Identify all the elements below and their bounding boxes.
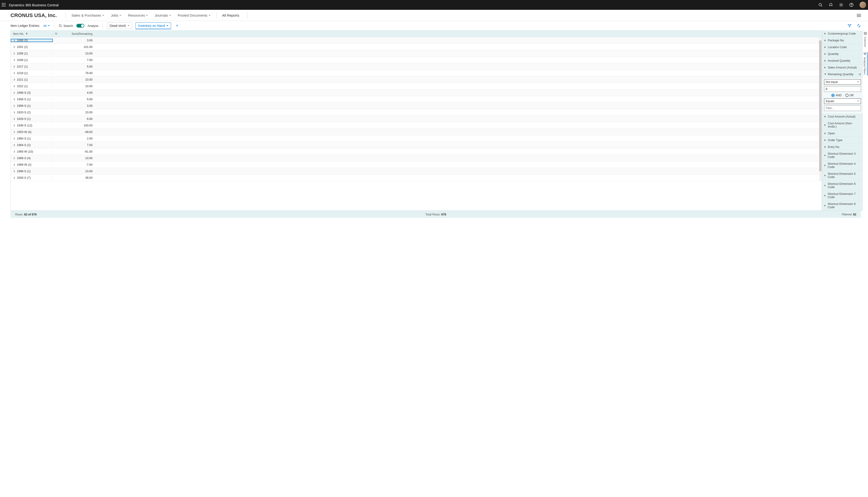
table-row[interactable]: 1960-S (1)2.00 — [11, 135, 819, 142]
expand-row-icon[interactable] — [13, 118, 15, 120]
expand-row-icon[interactable] — [13, 170, 15, 172]
view-inventory-on-hand[interactable]: Inventory on Hand — [136, 23, 171, 29]
analysis-filters-tab[interactable]: Analysis Filters — [863, 52, 868, 75]
expand-row-icon[interactable] — [13, 52, 15, 55]
table-row[interactable]: 1008 (1)7.00 — [11, 57, 819, 63]
filter-group[interactable]: Location Code — [822, 44, 863, 51]
item-no-cell: 1896-S (3) — [17, 91, 31, 95]
filter-logic-and[interactable]: AND — [831, 94, 841, 97]
analyse-toggle[interactable] — [76, 24, 84, 28]
filter-group[interactable]: Package No. — [822, 37, 863, 44]
table-row[interactable]: 1017 (1)5.00 — [11, 63, 819, 70]
filter-group[interactable]: Customergroup Code — [822, 30, 863, 37]
expand-row-icon[interactable] — [13, 131, 15, 133]
table-row[interactable]: 1000 (3)3.00 — [11, 37, 819, 44]
expand-row-icon[interactable] — [13, 164, 15, 166]
table-row[interactable]: 2000-S (7)38.00 — [11, 174, 819, 181]
expand-row-icon[interactable] — [13, 111, 15, 114]
expand-row-icon[interactable] — [13, 151, 15, 153]
table-row[interactable]: 1908-S (1)3.00 — [11, 103, 819, 109]
filter-group[interactable]: Sales Amount (Actual) — [822, 64, 863, 71]
vertical-scrollbar[interactable] — [819, 37, 822, 181]
table-row[interactable]: 1001 (2)101.00 — [11, 44, 819, 50]
filter-group[interactable]: Shortcut Dimension 4 Code — [822, 160, 863, 171]
filter-group[interactable]: Open — [822, 130, 863, 137]
column-header-item-no[interactable]: Item No. — [11, 31, 53, 37]
filter-group[interactable]: Order Type — [822, 137, 863, 144]
columns-icon — [864, 32, 867, 35]
filter-group[interactable]: Shortcut Dimension 7 Code — [822, 191, 863, 201]
settings-gear-icon[interactable] — [839, 3, 843, 7]
table-row[interactable]: 1953-W (4)-49.00 — [11, 129, 819, 135]
table-row[interactable]: 1968-S (4)10.00 — [11, 155, 819, 161]
filter-group[interactable]: Shortcut Dimension 5 Code — [822, 171, 863, 181]
view-dead-stock[interactable]: Dead stock — [107, 23, 132, 29]
item-no-cell: 1008 (1) — [17, 58, 28, 62]
table-row[interactable]: 1006 (1)10.00 — [11, 50, 819, 57]
table-row[interactable]: 1920-S (2)10.00 — [11, 109, 819, 116]
filter-value-1[interactable] — [824, 86, 861, 92]
nav-resources[interactable]: Resources — [125, 13, 152, 17]
expand-row-icon[interactable] — [13, 72, 15, 74]
expand-row-icon[interactable] — [13, 105, 15, 107]
expand-row-icon[interactable] — [13, 91, 15, 94]
filter-group[interactable]: Invoiced Quantity — [822, 57, 863, 64]
table-row[interactable]: 1022 (1)10.00 — [11, 83, 819, 89]
search-icon[interactable] — [819, 3, 823, 7]
table-row[interactable]: 1969-W (2)-7.00 — [11, 161, 819, 168]
search-button[interactable]: Search — [59, 24, 73, 28]
filter-operator-2[interactable]: Equals — [824, 98, 861, 104]
user-avatar[interactable] — [859, 2, 866, 8]
collapse-icon[interactable] — [857, 24, 861, 28]
filter-group[interactable]: Quantity — [822, 51, 863, 57]
expand-row-icon[interactable] — [13, 144, 15, 146]
filter-group[interactable]: Cost Amount (Actual) — [822, 113, 863, 120]
expand-row-icon[interactable] — [13, 177, 15, 179]
filter-group[interactable]: Shortcut Dimension 3 Code — [822, 151, 863, 160]
help-icon[interactable] — [849, 3, 854, 7]
filter-group[interactable]: Shortcut Dimension 8 Code — [822, 201, 863, 211]
expand-row-icon[interactable] — [13, 157, 15, 159]
expand-row-icon[interactable] — [13, 66, 15, 68]
filter-group[interactable]: Entry No. — [822, 144, 863, 151]
expand-row-icon[interactable] — [13, 79, 15, 81]
filter-group-remaining-quantity[interactable]: Remaining Quantity — [822, 71, 863, 78]
expand-row-icon[interactable] — [13, 59, 15, 61]
filter-group[interactable]: Cost Amount (Non-Invtbl.) — [822, 120, 863, 130]
filter-logic-or[interactable]: OR — [845, 94, 854, 97]
app-launcher-icon[interactable] — [2, 3, 5, 7]
expand-row-icon[interactable] — [13, 46, 15, 48]
overflow-menu-icon[interactable] — [857, 13, 861, 17]
filter-operator-1[interactable]: Not equal — [824, 79, 861, 85]
nav-jobs[interactable]: Jobs — [108, 13, 125, 17]
add-view-button[interactable]: + — [174, 23, 180, 28]
nav-posted-documents[interactable]: Posted Documents — [174, 13, 214, 17]
expand-row-icon[interactable] — [13, 98, 15, 100]
expand-row-icon[interactable] — [13, 85, 15, 87]
table-row[interactable]: 1928-S (1)8.00 — [11, 116, 819, 122]
column-header-sum-remaining[interactable]: Sum(Remaining — [53, 31, 95, 37]
expand-row-icon[interactable] — [13, 138, 15, 140]
item-no-cell: 1953-W (4) — [17, 130, 31, 134]
expand-row-icon[interactable] — [13, 39, 15, 42]
scroll-thumb[interactable] — [819, 40, 822, 171]
company-name[interactable]: CRONUS USA, Inc. — [11, 12, 57, 18]
table-row[interactable]: 1965-W (10)-81.00 — [11, 148, 819, 155]
table-row[interactable]: 1896-S (3)4.00 — [11, 89, 819, 96]
columns-tab[interactable]: Columns — [864, 32, 867, 48]
table-row[interactable]: 1964-S (2)7.00 — [11, 142, 819, 148]
filter-value-2[interactable] — [824, 105, 861, 111]
notifications-icon[interactable] — [829, 3, 833, 7]
expand-row-icon[interactable] — [13, 124, 15, 127]
filter-group[interactable]: Shortcut Dimension 6 Code — [822, 181, 863, 191]
table-row[interactable]: 1021 (1)10.00 — [11, 76, 819, 83]
table-row[interactable]: 1906-S (1)5.00 — [11, 96, 819, 103]
table-row[interactable]: 1936-S (12)100.00 — [11, 122, 819, 129]
nav-all-reports[interactable]: All Reports — [219, 13, 243, 17]
filter-icon[interactable] — [848, 24, 852, 28]
nav-sales-purchases[interactable]: Sales & Purchases — [68, 13, 108, 17]
table-row[interactable]: 1018 (1)79.40 — [11, 70, 819, 76]
nav-journals[interactable]: Journals — [152, 13, 174, 17]
scope-dropdown[interactable]: All — [43, 24, 50, 28]
table-row[interactable]: 1996-S (1)10.00 — [11, 168, 819, 174]
